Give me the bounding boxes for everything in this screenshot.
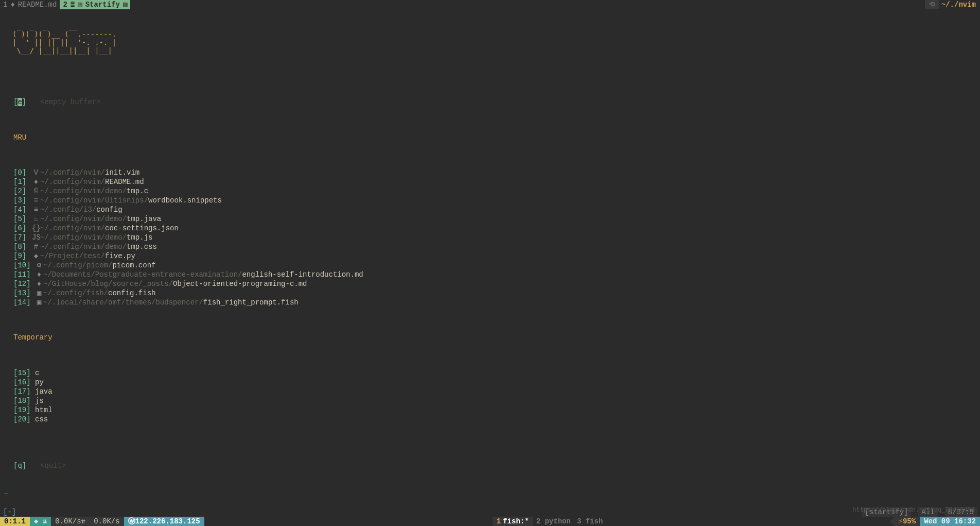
tmux-window-fish[interactable]: 1fish:* [493, 517, 533, 526]
tmux-session[interactable]: 0:1.1 [0, 517, 30, 526]
mru-index: [9] [2, 251, 32, 261]
mru-path: ~/Documents/Postgraduate-entrance-examin… [43, 270, 242, 279]
temporary-item[interactable]: [20]css [2, 415, 978, 424]
mru-filename: README.md [105, 178, 144, 186]
mru-path: ~/.local/share/omf/themes/budspencer/ [43, 298, 203, 307]
temp-label: py [35, 378, 44, 387]
mru-item[interactable]: [7]JS~/.config/nvim/demo/tmp.js [2, 233, 978, 242]
ascii-banner: _ _ _ __ ( )( )( )__ ( .-------. | ' || … [12, 22, 978, 55]
temp-index: [19] [2, 405, 35, 415]
temporary-section-title: Temporary [2, 333, 978, 342]
filetype-icon: ◆ [32, 251, 40, 261]
temp-index: [15] [2, 368, 35, 378]
mru-filename: five.py [105, 252, 135, 260]
mru-item[interactable]: [14]▣~/.local/share/omf/themes/budspence… [2, 298, 978, 307]
tab-readme[interactable]: 1 ♦ README.md [0, 0, 60, 9]
mru-item[interactable]: [5]♨~/.config/nvim/demo/tmp.java [2, 214, 978, 224]
mru-index: [8] [2, 242, 32, 251]
mru-path: ~/.config/nvim/ [40, 178, 105, 186]
mru-filename: config.fish [108, 289, 155, 297]
mru-path: ~/.config/nvim/Ultisnips/ [40, 196, 148, 205]
net-up: 0.0K/s [90, 517, 124, 526]
mru-item[interactable]: [4]≡~/.config/i3/config [2, 205, 978, 214]
mru-index: [12] [2, 279, 35, 289]
list-icon: ≣ [71, 0, 75, 9]
filetype-icon: {} [32, 224, 40, 233]
mru-item[interactable]: [8]#~/.config/nvim/demo/tmp.css [2, 242, 978, 251]
mru-index: [5] [2, 214, 32, 224]
filetype-icon: V [32, 168, 40, 177]
mru-index: [14] [2, 298, 35, 307]
temporary-item[interactable]: [15]c [2, 368, 978, 378]
temporary-item[interactable]: [17]java [2, 387, 978, 396]
mru-item[interactable]: [11]♦~/Documents/Postgraduate-entrance-e… [2, 270, 978, 279]
filetype-icon: ▣ [35, 289, 43, 298]
tmux-statusbar: 0:1.1 ◆ ⇊ 0.0K/s ⇈ 0.0K/s ⓦ 122.226.183.… [0, 517, 980, 526]
filetype-icon: ⚙ [35, 261, 43, 270]
net-down-icon: ◆ ⇊ [30, 517, 51, 526]
mru-path: ~/.config/nvim/ [40, 168, 105, 177]
filetype-icon: ♦ [32, 177, 40, 186]
filetype-icon: ♦ [35, 279, 43, 289]
mru-item[interactable]: [6]{}~/.config/nvim/coc-settings.json [2, 224, 978, 233]
mru-path: ~/.config/i3/ [40, 206, 96, 214]
mru-filename: tmp.c [127, 187, 148, 195]
mru-path: ~/.config/nvim/demo/ [40, 233, 127, 242]
mru-item[interactable]: [10]⚙~/.config/picom/picom.conf [2, 261, 978, 270]
mru-item[interactable]: [3]≡~/.config/nvim/Ultisnips/wordbook.sn… [2, 196, 978, 205]
mru-filename: tmp.css [127, 243, 157, 251]
temp-label: c [35, 368, 39, 378]
mru-item[interactable]: [9]◆~/Project/test/five.py [2, 251, 978, 261]
mru-item[interactable]: [13]▣~/.config/fish/config.fish [2, 289, 978, 298]
temporary-item[interactable]: [18]js [2, 396, 978, 405]
battery-indicator: ⚡ 95% [895, 517, 920, 526]
mru-index: [6] [2, 224, 32, 233]
filetype-icon: ≡ [32, 205, 40, 214]
mru-filename: fish_right_prompt.fish [203, 298, 299, 307]
filetype-icon: © [32, 186, 40, 196]
datetime: Wed 09 16:32 [920, 517, 980, 526]
mru-filename: coc-settings.json [105, 224, 179, 232]
temp-index: [16] [2, 378, 35, 387]
ip-address: ⓦ 122.226.183.125 [124, 517, 204, 526]
statusline: [-] [startify] All 8/37:5 [0, 507, 980, 517]
filetype-icon: ≡ [32, 196, 40, 205]
temp-index: [18] [2, 396, 35, 405]
cwd-indicator: ⟲~/./nvim [925, 0, 980, 9]
temporary-item[interactable]: [16]py [2, 378, 978, 387]
mru-item[interactable]: [2]©~/.config/nvim/demo/tmp.c [2, 186, 978, 196]
filetype-icon: ▣ [35, 298, 43, 307]
mru-index: [7] [2, 233, 32, 242]
tmux-windows: 1fish:* 2 python 3 fish [493, 517, 606, 526]
net-down: 0.0K/s ⇈ [51, 517, 90, 526]
mru-filename: tmp.js [127, 233, 152, 242]
mru-path: ~/.config/nvim/demo/ [40, 243, 127, 251]
mru-filename: wordbook.snippets [148, 196, 222, 205]
empty-buffer-entry[interactable]: [e] <empty buffer> [2, 97, 978, 107]
mru-path: ~/.config/nvim/demo/ [40, 187, 127, 195]
tmux-window-python[interactable]: 2 python [533, 517, 574, 526]
temporary-item[interactable]: [19]html [2, 405, 978, 415]
tmux-window-fish2[interactable]: 3 fish [574, 517, 606, 526]
watermark: https://blog.csdn.net/qq_38410494 [852, 506, 975, 515]
mru-index: [3] [2, 196, 32, 205]
temp-label: css [35, 415, 48, 424]
tab-startify[interactable]: 2 ≣ ▧ Startify ▧ [60, 0, 130, 9]
mru-filename: init.vim [105, 168, 139, 177]
mru-index: [13] [2, 289, 35, 298]
mru-index: [10] [2, 261, 35, 270]
quit-entry[interactable]: [q] <quit> [2, 462, 978, 471]
filetype-icon: # [32, 242, 40, 251]
markdown-icon: ♦ [10, 0, 14, 9]
mru-index: [0] [2, 168, 32, 177]
mru-index: [2] [2, 186, 32, 196]
mru-filename: tmp.java [127, 215, 161, 223]
mru-path: ~/.config/nvim/demo/ [40, 215, 127, 223]
mru-item[interactable]: [1]♦~/.config/nvim/README.md [2, 177, 978, 186]
temp-index: [20] [2, 415, 35, 424]
mru-item[interactable]: [12]♦~/GitHouse/blog/source/_posts/Objec… [2, 279, 978, 289]
temp-label: html [35, 405, 52, 415]
mru-section-title: MRU [2, 133, 978, 142]
filetype-icon: ♨ [32, 214, 40, 224]
mru-item[interactable]: [0]V~/.config/nvim/init.vim [2, 168, 978, 177]
